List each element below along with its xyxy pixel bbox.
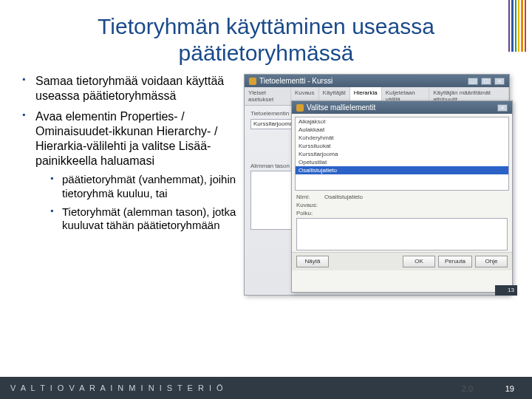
bullet-2: Avaa elementin Properties- / Ominaisuude…	[22, 109, 236, 233]
window-controls: _ □ ×	[468, 78, 505, 85]
maximize-icon[interactable]: □	[481, 78, 491, 85]
content-area: Samaa tietoryhmää voidaan käyttää useass…	[0, 74, 532, 318]
page-number: 19	[505, 384, 514, 393]
close-icon[interactable]: ×	[494, 78, 505, 85]
app-icon	[249, 78, 256, 85]
brand-stripes	[508, 0, 526, 52]
slide-title: Tietoryhmän käyttäminen useassa päätieto…	[0, 0, 532, 74]
preview-desc-label: Kuvaus:	[296, 202, 321, 208]
footer-bar: V A L T I O V A R A I N M I N I S T E R …	[0, 377, 532, 399]
dialog-controls: ×	[497, 104, 508, 112]
help-button[interactable]: Ohje	[475, 256, 508, 267]
ok-button[interactable]: OK	[403, 256, 435, 267]
list-item-selected[interactable]: Osallistujatieto	[296, 166, 508, 174]
sub-bullet-list: päätietoryhmät (vanhemmat), joihin tieto…	[50, 173, 236, 233]
dialog-icon	[296, 104, 304, 112]
tab-general[interactable]: Yleiset asetukset	[245, 87, 291, 105]
org-name: V A L T I O V A R A I N M I N I S T E R …	[10, 383, 225, 392]
preview-area	[296, 218, 508, 250]
list-item[interactable]: Aikajaksot	[296, 117, 508, 126]
list-item[interactable]: Kurssitarjooma	[296, 150, 508, 158]
preview-path-label: Polku:	[296, 210, 321, 216]
element-picklist[interactable]: Aikajaksot Aulakkaat Kohderyhmät Kurssil…	[295, 117, 509, 191]
cancel-button[interactable]: Peruuta	[438, 256, 472, 267]
dialog-titlebar: Valitse mallielementit ×	[292, 101, 512, 114]
version-label: 2.0	[462, 384, 473, 393]
bullet-list: Samaa tietoryhmää voidaan käyttää useass…	[22, 74, 236, 318]
dialog-title: Valitse mallielementit	[307, 103, 375, 112]
list-item[interactable]: Kurssiluokat	[296, 142, 508, 150]
list-item[interactable]: Opetustilat	[296, 158, 508, 166]
dialog-button-row: Näytä OK Peruuta Ohje	[292, 252, 512, 270]
window-titlebar: Tietoelementti - Kurssi _ □ ×	[245, 75, 509, 87]
corner-number: 13	[495, 285, 517, 296]
sub-bullet-2: Tietoryhmät (alemman tason), jotka kuulu…	[50, 205, 236, 233]
dialog-close-icon[interactable]: ×	[497, 104, 508, 112]
preview-panel: Nimi:Osallistujatieto Kuvaus: Polku:	[296, 194, 508, 250]
list-item[interactable]: Kohderyhmät	[296, 134, 508, 142]
select-elements-window: Valitse mallielementit × Aikajaksot Aula…	[291, 100, 513, 293]
window-title: Tietoelementti - Kurssi	[259, 77, 332, 85]
list-item[interactable]: Aulakkaat	[296, 126, 508, 134]
minimize-icon[interactable]: _	[468, 78, 478, 85]
screenshots: Tietoelementti - Kurssi _ □ × Yleiset as…	[244, 74, 517, 318]
preview-name-value: Osallistujatieto	[324, 194, 363, 200]
show-button[interactable]: Näytä	[296, 256, 329, 267]
bullet-1: Samaa tietoryhmää voidaan käyttää useass…	[22, 74, 236, 103]
sub-bullet-1: päätietoryhmät (vanhemmat), joihin tieto…	[50, 173, 236, 201]
preview-name-label: Nimi:	[296, 194, 321, 200]
